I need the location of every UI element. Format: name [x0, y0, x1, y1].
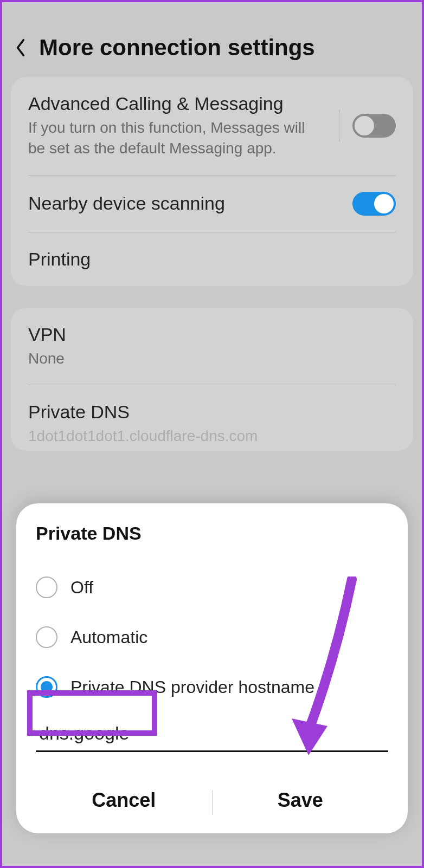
- row-printing[interactable]: Printing: [28, 232, 396, 286]
- row-text: Advanced Calling & Messaging If you turn…: [28, 93, 326, 159]
- dialog-title: Private DNS: [36, 523, 388, 544]
- header: More connection settings: [2, 2, 422, 77]
- toggle-nearby-scanning[interactable]: [352, 192, 396, 216]
- row-title: Advanced Calling & Messaging: [28, 93, 326, 114]
- settings-screen: More connection settings Advanced Callin…: [2, 2, 422, 866]
- page-title: More connection settings: [39, 35, 315, 61]
- row-nearby-scanning[interactable]: Nearby device scanning: [28, 176, 396, 232]
- toggle-advanced-calling[interactable]: [352, 114, 396, 138]
- row-title: Printing: [28, 249, 396, 270]
- row-private-dns[interactable]: Private DNS 1dot1dot1dot1.cloudflare-dns…: [28, 385, 396, 451]
- row-sub: 1dot1dot1dot1.cloudflare-dns.com: [28, 426, 396, 446]
- radio-hostname[interactable]: [36, 676, 57, 698]
- row-text: Printing: [28, 249, 396, 270]
- row-sub: If you turn on this function, Messages w…: [28, 118, 326, 159]
- row-text: Private DNS 1dot1dot1dot1.cloudflare-dns…: [28, 401, 396, 446]
- radio-row-automatic[interactable]: Automatic: [36, 612, 388, 662]
- radio-row-off[interactable]: Off: [36, 562, 388, 612]
- cancel-button[interactable]: Cancel: [36, 772, 212, 833]
- settings-group-2: VPN None Private DNS 1dot1dot1dot1.cloud…: [11, 308, 413, 451]
- private-dns-dialog: Private DNS Off Automatic Private DNS pr…: [16, 503, 408, 833]
- row-sub: None: [28, 348, 396, 369]
- radio-label: Private DNS provider hostname: [70, 677, 314, 697]
- radio-automatic[interactable]: [36, 626, 57, 648]
- radio-off[interactable]: [36, 576, 57, 598]
- row-advanced-calling[interactable]: Advanced Calling & Messaging If you turn…: [28, 77, 396, 176]
- back-icon[interactable]: [13, 40, 28, 55]
- save-button[interactable]: Save: [213, 772, 389, 833]
- row-vpn[interactable]: VPN None: [28, 308, 396, 386]
- row-title: VPN: [28, 324, 396, 345]
- dialog-buttons: Cancel Save: [36, 772, 388, 833]
- divider: [339, 109, 339, 142]
- row-title: Nearby device scanning: [28, 193, 352, 214]
- row-text: VPN None: [28, 324, 396, 369]
- row-title: Private DNS: [28, 401, 396, 423]
- settings-group-1: Advanced Calling & Messaging If you turn…: [11, 77, 413, 286]
- hostname-input-wrap: [36, 717, 388, 752]
- hostname-input[interactable]: [36, 717, 388, 752]
- radio-label: Off: [70, 578, 93, 598]
- row-text: Nearby device scanning: [28, 193, 352, 214]
- radio-label: Automatic: [70, 627, 147, 647]
- radio-row-hostname[interactable]: Private DNS provider hostname: [36, 662, 388, 712]
